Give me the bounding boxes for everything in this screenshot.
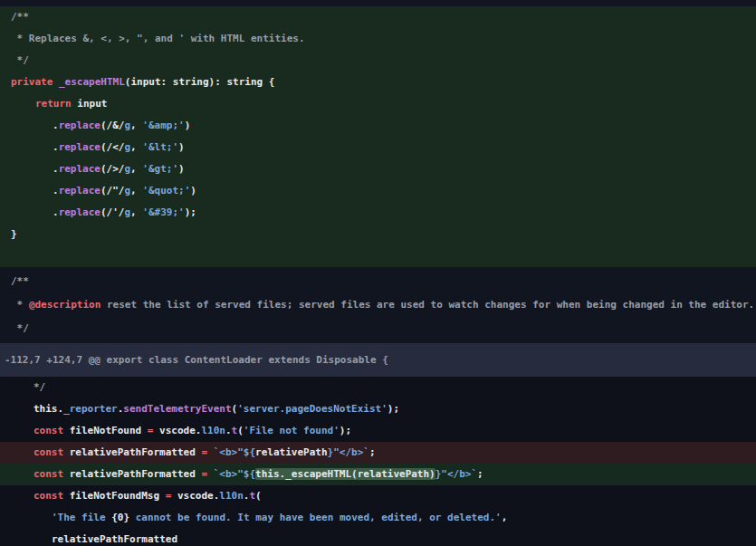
diff-code-block: */this._reporter.sendTelemetryEvent('ser… — [0, 377, 756, 546]
comment-token: * Replaces &, <, >, ", and ' with HTML e… — [11, 33, 305, 44]
code-line: .replace(/</g, '&lt;') — [0, 137, 756, 158]
string-token: cannot be found. It may have been moved,… — [129, 512, 502, 523]
code-text-token: (/'/ — [100, 206, 125, 218]
code-text-token: . — [53, 185, 59, 196]
code-line: */ — [0, 317, 756, 340]
string-token: 'The file — [52, 512, 111, 523]
string-token: 'server.pageDoesNotExist' — [237, 403, 388, 415]
code-text-token: {0} — [111, 512, 129, 523]
code-line: */ — [0, 377, 756, 398]
code-text-token: (/</ — [100, 141, 125, 153]
code-text-token: input — [77, 98, 107, 110]
added-code-line: const relativePathFormatted = `<b>"${thi… — [0, 464, 756, 485]
code-line: relativePathFormatted — [0, 529, 756, 546]
code-text-token: . — [225, 425, 232, 436]
code-line: * @description reset the list of served … — [0, 293, 756, 317]
code-text-token: fileNotFound — [70, 425, 148, 436]
code-text-token: , — [130, 163, 142, 175]
code-text-token: relativePath — [255, 446, 327, 458]
code-line: .replace(/'/g, '&#39;'); — [0, 202, 756, 224]
code-line: -112,7 +124,7 @@ export class ContentLoa… — [0, 354, 388, 366]
comment-token: */ — [33, 381, 45, 393]
code-text-token: ; — [477, 468, 483, 480]
code-line: .replace(/>/g, '&gt;') — [0, 158, 756, 180]
diff-view: /** * Replaces &, <, >, ", and ' with HT… — [0, 0, 756, 546]
context-comment-block: /** * @description reset the list of ser… — [0, 267, 756, 343]
code-text-token: fileNotFoundMsg — [70, 490, 166, 502]
keyword-token: const — [33, 446, 70, 458]
string-token: 'File not found' — [244, 425, 340, 436]
keyword-token: const — [33, 468, 70, 480]
function-name-token: replace — [59, 163, 100, 175]
code-line: this._reporter.sendTelemetryEvent('serve… — [0, 398, 756, 420]
function-name-token: replace — [59, 185, 100, 196]
keyword-token: const — [33, 425, 70, 436]
code-line: /** — [0, 6, 756, 28]
code-text-token: relativePathFormatted — [52, 533, 177, 545]
comment-token: */ — [11, 54, 29, 66]
code-text-token — [207, 468, 214, 480]
code-line: 'The file {0} cannot be found. It may ha… — [0, 507, 756, 529]
keyword-token: @description — [29, 299, 100, 311]
code-line — [0, 245, 756, 267]
code-text-token: . — [53, 141, 59, 153]
removed-code-line: const relativePathFormatted = `<b>"${rel… — [0, 442, 756, 464]
comment-token: /** — [11, 275, 29, 287]
code-line: .replace(/"/g, '&quot;') — [0, 180, 756, 202]
code-text-token: ) — [178, 141, 185, 153]
code-text-token: ); — [340, 425, 351, 436]
code-text-token: . — [53, 206, 59, 218]
string-token: '&gt;' — [142, 163, 178, 175]
code-line: private _escapeHTML(input: string): stri… — [0, 72, 756, 93]
code-text-token: ); — [388, 403, 399, 415]
string-token: `<b>"${ — [214, 468, 255, 480]
code-text-token: . — [53, 163, 59, 175]
code-line: const fileNotFoundMsg = vscode.l10n.t( — [0, 485, 756, 507]
diff-hunk-header: -112,7 +124,7 @@ export class ContentLoa… — [0, 343, 756, 377]
string-token: '&quot;' — [142, 185, 190, 196]
function-name-token: sendTelemetryEvent — [123, 403, 231, 415]
code-line: .replace(/&/g, '&amp;') — [0, 115, 756, 137]
code-text-token: ) — [178, 163, 185, 175]
code-text-token: ; — [369, 446, 376, 458]
top-edge-strip — [0, 0, 756, 6]
string-token: '&amp;' — [142, 120, 184, 131]
property-token: _reporter — [63, 403, 118, 415]
diff-added-block: /** * Replaces &, <, >, ", and ' with HT… — [0, 6, 756, 267]
code-line: const fileNotFound = vscode.l10n.t('File… — [0, 420, 756, 442]
function-name-token: replace — [59, 141, 100, 153]
keyword-token: private — [11, 76, 59, 88]
code-text-token: relativePathFormatted — [70, 446, 202, 458]
comment-token: reset the list of served files; served f… — [100, 299, 754, 311]
code-text-token: relativePathFormatted — [70, 468, 202, 480]
code-text-token: , — [130, 206, 142, 218]
function-name-token: replace — [59, 120, 100, 131]
function-name-token: _escapeHTML — [59, 76, 125, 88]
code-line: return input — [0, 93, 756, 115]
keyword-token: const — [33, 490, 70, 502]
code-text-token: ) — [185, 120, 191, 131]
comment-token: /** — [11, 11, 29, 23]
comment-token: */ — [11, 322, 29, 334]
code-text-token: ( — [237, 425, 244, 436]
code-text-token: ); — [185, 206, 196, 218]
code-text-token: (/"/ — [100, 185, 125, 196]
comment-token: * — [11, 299, 29, 311]
code-text-token: ( — [255, 490, 262, 502]
string-token: `<b>"${ — [214, 446, 255, 458]
code-line: */ — [0, 50, 756, 72]
code-text-token: , — [130, 185, 142, 196]
code-text-token: , — [502, 512, 508, 523]
code-text-token: . — [53, 120, 59, 131]
comment-token: -112,7 +124,7 @@ export class ContentLoa… — [5, 354, 388, 366]
keyword-token: return — [35, 98, 77, 110]
code-line: /** — [0, 270, 756, 293]
code-text-token: vscode. — [171, 490, 219, 502]
code-text-token: (/>/ — [100, 163, 125, 175]
code-text-token: , — [130, 120, 142, 131]
string-token: '&#39;' — [142, 206, 184, 218]
code-line: * Replaces &, <, >, ", and ' with HTML e… — [0, 28, 756, 50]
code-line: } — [0, 224, 756, 245]
property-token: l10n — [219, 490, 244, 502]
code-text-token: ) — [190, 185, 196, 196]
